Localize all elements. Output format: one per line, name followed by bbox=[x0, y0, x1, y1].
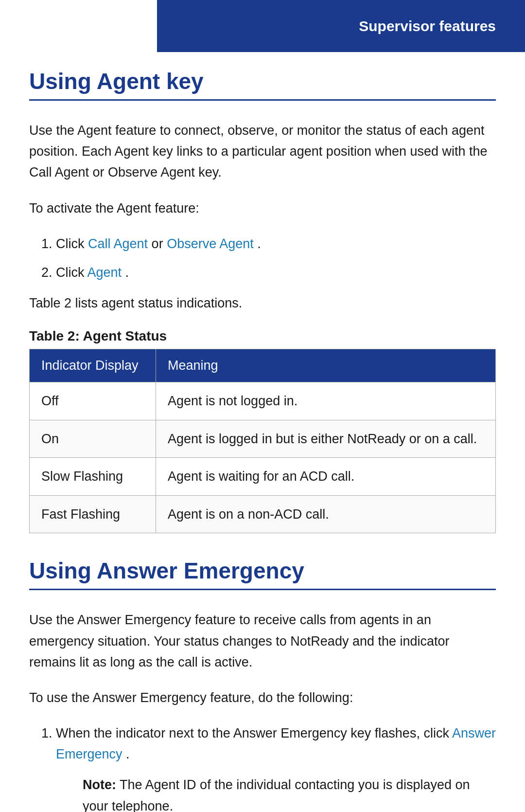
meaning-slow: Agent is waiting for an ACD call. bbox=[156, 458, 496, 496]
col-header-meaning: Meaning bbox=[156, 349, 496, 382]
header-title: Supervisor features bbox=[359, 18, 496, 35]
agent-status-table: Indicator Display Meaning Off Agent is n… bbox=[29, 349, 496, 533]
agent-key-steps: Click Call Agent or Observe Agent . Clic… bbox=[56, 234, 496, 283]
call-agent-link[interactable]: Call Agent bbox=[88, 236, 148, 251]
table-header-row: Indicator Display Meaning bbox=[30, 349, 496, 382]
section-title-answer-emergency: Using Answer Emergency bbox=[29, 558, 496, 590]
observe-agent-link[interactable]: Observe Agent bbox=[167, 236, 254, 251]
indicator-slow: Slow Flashing bbox=[30, 458, 156, 496]
indicator-on: On bbox=[30, 420, 156, 458]
note-bold: Note: bbox=[83, 777, 116, 792]
step-2-prefix: Click bbox=[56, 265, 88, 280]
activate-label: To activate the Agent feature: bbox=[29, 198, 496, 219]
main-content: Using Agent key Use the Agent feature to… bbox=[0, 0, 525, 812]
ae-step-1-suffix: . bbox=[126, 747, 130, 761]
table-row: Slow Flashing Agent is waiting for an AC… bbox=[30, 458, 496, 496]
col-header-indicator: Indicator Display bbox=[30, 349, 156, 382]
section-title-agent-key: Using Agent key bbox=[29, 68, 496, 101]
step-1-middle: or bbox=[152, 236, 167, 251]
table-intro: Table 2 lists agent status indications. bbox=[29, 293, 496, 314]
table-caption: Table 2: Agent Status bbox=[29, 328, 496, 344]
table-row: Off Agent is not logged in. bbox=[30, 382, 496, 420]
step-2-suffix: . bbox=[125, 265, 129, 280]
agent-link[interactable]: Agent bbox=[88, 265, 122, 280]
meaning-fast: Agent is on a non-ACD call. bbox=[156, 495, 496, 533]
indicator-off: Off bbox=[30, 382, 156, 420]
note-block: Note: The Agent ID of the individual con… bbox=[83, 775, 496, 812]
table-row: Fast Flashing Agent is on a non-ACD call… bbox=[30, 495, 496, 533]
agent-key-intro: Use the Agent feature to connect, observ… bbox=[29, 120, 496, 183]
header-bar: Supervisor features bbox=[157, 0, 525, 52]
ae-step-1-prefix: When the indicator next to the Answer Em… bbox=[56, 726, 452, 740]
table-row: On Agent is logged in but is either NotR… bbox=[30, 420, 496, 458]
ae-step-1: When the indicator next to the Answer Em… bbox=[56, 723, 496, 812]
note-text: Note: The Agent ID of the individual con… bbox=[83, 775, 496, 812]
answer-emergency-steps: When the indicator next to the Answer Em… bbox=[56, 723, 496, 812]
use-label: To use the Answer Emergency feature, do … bbox=[29, 687, 496, 708]
indicator-fast: Fast Flashing bbox=[30, 495, 156, 533]
step-2: Click Agent . bbox=[56, 262, 496, 283]
note-content: The Agent ID of the individual contactin… bbox=[83, 777, 470, 812]
step-1-suffix: . bbox=[257, 236, 261, 251]
step-1: Click Call Agent or Observe Agent . bbox=[56, 234, 496, 254]
meaning-off: Agent is not logged in. bbox=[156, 382, 496, 420]
meaning-on: Agent is logged in but is either NotRead… bbox=[156, 420, 496, 458]
answer-emergency-intro: Use the Answer Emergency feature to rece… bbox=[29, 610, 496, 673]
step-1-prefix: Click bbox=[56, 236, 88, 251]
